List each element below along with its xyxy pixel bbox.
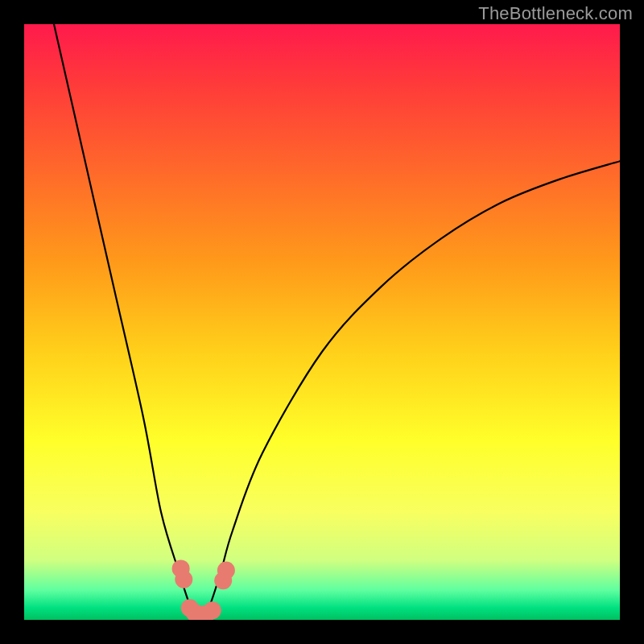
marker-group: [172, 559, 235, 620]
curve-marker: [217, 562, 235, 580]
curve-marker: [175, 571, 192, 588]
bottleneck-curve-line: [54, 24, 620, 620]
chart-plot-area: [24, 24, 620, 620]
watermark-text: TheBottleneck.com: [478, 3, 633, 24]
curve-marker: [204, 601, 221, 619]
chart-svg: [24, 24, 620, 620]
